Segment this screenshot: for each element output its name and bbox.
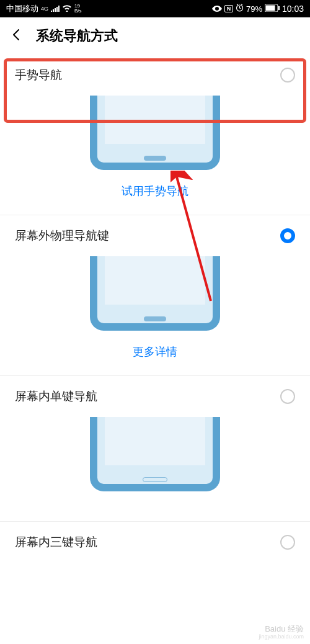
option-single-key-nav[interactable]: 屏幕内单键导航 — [0, 376, 310, 417]
option-label: 屏幕外物理导航键 — [15, 228, 109, 244]
link-row — [0, 491, 310, 521]
watermark: Baidu 经验 jingyan.baidu.com — [259, 624, 304, 640]
page-title: 系统导航方式 — [36, 27, 118, 45]
radio-unchecked-icon[interactable] — [280, 389, 295, 404]
option-physical-nav[interactable]: 屏幕外物理导航键 — [0, 215, 310, 256]
option-label: 屏幕内三键导航 — [15, 534, 97, 550]
try-gesture-link[interactable]: 试用手势导航 — [122, 185, 188, 197]
watermark-sub: jingyan.baidu.com — [259, 633, 304, 640]
more-details-link[interactable]: 更多详情 — [133, 346, 177, 358]
option-gesture-nav[interactable]: 手势导航 — [0, 55, 310, 96]
carrier-label: 中国移动 — [6, 3, 38, 14]
option-three-key-nav[interactable]: 屏幕内三键导航 — [0, 522, 310, 563]
svg-rect-3 — [278, 6, 280, 10]
svg-rect-2 — [265, 5, 275, 11]
battery-icon — [265, 4, 280, 14]
back-icon[interactable] — [10, 27, 24, 46]
link-row: 试用手势导航 — [0, 170, 310, 215]
nfc-icon: N — [224, 5, 233, 12]
network-type: 4G — [41, 6, 48, 12]
option-label: 手势导航 — [15, 67, 62, 83]
net-speed: 19 B/s — [74, 4, 82, 14]
eye-icon — [212, 4, 222, 14]
battery-percent: 79% — [246, 4, 262, 14]
status-left: 中国移动 4G 19 B/s — [6, 3, 82, 14]
status-bar: 中国移动 4G 19 B/s N 79% 10:03 — [0, 0, 310, 17]
status-right: N 79% 10:03 — [212, 4, 304, 14]
page-header: 系统导航方式 — [0, 17, 310, 55]
content: 手势导航 试用手势导航 屏幕外物理导航键 更多详情 屏幕内单键导航 屏幕内三键导… — [0, 55, 310, 575]
radio-unchecked-icon[interactable] — [280, 535, 295, 550]
phone-illustration-single — [90, 417, 220, 491]
watermark-main: Baidu 经验 — [259, 624, 304, 634]
radio-checked-icon[interactable] — [280, 228, 295, 243]
signal-icon — [51, 4, 60, 14]
option-label: 屏幕内单键导航 — [15, 388, 97, 405]
alarm-icon — [236, 4, 244, 14]
phone-illustration-gesture — [90, 96, 220, 170]
link-row: 更多详情 — [0, 331, 310, 375]
radio-unchecked-icon[interactable] — [280, 68, 295, 83]
wifi-icon — [62, 4, 72, 14]
time-label: 10:03 — [282, 4, 304, 14]
phone-illustration-physical — [90, 256, 220, 331]
